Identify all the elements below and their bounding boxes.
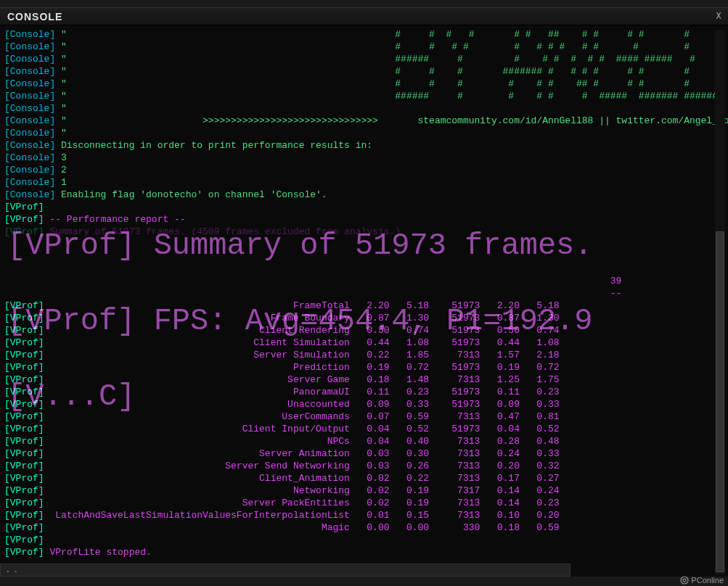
scrollbar[interactable]	[715, 30, 725, 575]
prof-row: [VProf] Client_Animation 0.02 0.22 7313 …	[4, 472, 728, 484]
scrollbar-thumb[interactable]	[716, 231, 724, 572]
prof-row: [VProf] Magic 0.00 0.00 330 0.18 0.59	[4, 521, 728, 534]
console-output: [Console] " # # # # # # ## # # # # # [Co…	[0, 25, 728, 577]
titlebar: CONSOLE X	[0, 8, 728, 25]
prof-row: [VProf] Server Animation 0.03 0.30 7313 …	[4, 447, 728, 460]
console-input[interactable]: ..	[0, 564, 570, 577]
close-button[interactable]: X	[712, 10, 725, 23]
console-window: CONSOLE X [Console] " # # # # # # ## # #…	[0, 7, 728, 577]
input-prompt: ..	[1, 564, 570, 576]
prof-row: [VProf] Networking 0.02 0.19 7317 0.14 0…	[4, 484, 728, 497]
window-title: CONSOLE	[7, 11, 62, 22]
watermark: PConline	[680, 576, 724, 585]
prof-row: [VProf] LatchAndSaveLastSimulationValues…	[4, 509, 728, 521]
prof-row: [VProf] Server Send Networking 0.03 0.26…	[4, 460, 728, 472]
svg-point-0	[681, 577, 688, 584]
prof-row: [VProf] NPCs 0.04 0.40 7313 0.28 0.48	[4, 435, 728, 447]
summary-overlay: [VProf] Summary of 51973 frames. [VProf]…	[7, 227, 593, 416]
prof-row: [VProf] Server PackEntities 0.02 0.19 73…	[4, 497, 728, 509]
prof-row: [VProf] Client Input/Output 0.04 0.52 51…	[4, 423, 728, 435]
